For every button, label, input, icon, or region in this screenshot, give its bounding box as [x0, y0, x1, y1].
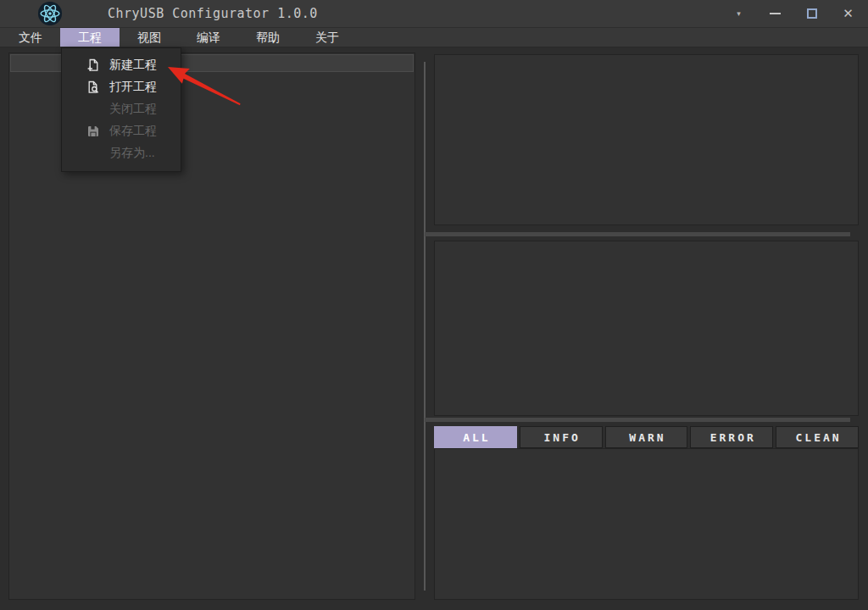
window-menu-button[interactable]: ▾ [721, 0, 757, 27]
tab-clean[interactable]: CLEAN [776, 426, 859, 448]
app-logo-icon [37, 1, 63, 26]
close-button[interactable]: ✕ [830, 0, 866, 27]
log-output-panel [434, 448, 859, 600]
menu-item-label: 新建工程 [109, 58, 157, 73]
menu-item-label: 打开工程 [109, 80, 157, 95]
close-icon: ✕ [843, 6, 854, 21]
menu-project[interactable]: 工程 [60, 28, 120, 47]
window-controls: ▾ ✕ [721, 0, 866, 27]
horizontal-splitter-1[interactable] [425, 232, 850, 236]
chevron-down-icon: ▾ [737, 9, 741, 18]
empty-icon-slot [86, 103, 100, 116]
menu-item-label: 关闭工程 [109, 102, 157, 117]
tab-info[interactable]: INFO [520, 426, 603, 448]
maximize-icon [807, 8, 817, 19]
menu-about[interactable]: 关于 [298, 28, 357, 47]
minimize-button[interactable] [757, 0, 793, 27]
file-plus-icon [86, 58, 100, 72]
window-title: ChryUSB Configurator 1.0.0 [108, 0, 318, 27]
detail-panel-top [434, 54, 859, 225]
floppy-disk-icon [86, 125, 100, 138]
menu-bar: 文件 工程 视图 编译 帮助 关于 [0, 27, 868, 47]
title-bar: ChryUSB Configurator 1.0.0 ▾ ✕ [0, 0, 868, 27]
project-dropdown-menu: 新建工程 打开工程 关闭工程 保存工程 另存为... [61, 47, 181, 172]
horizontal-splitter-2[interactable] [425, 418, 850, 422]
detail-panel-middle [434, 241, 859, 416]
menu-item-new-project[interactable]: 新建工程 [62, 54, 181, 76]
menu-compile[interactable]: 编译 [179, 28, 238, 47]
menu-help[interactable]: 帮助 [238, 28, 298, 47]
file-search-icon [86, 80, 100, 94]
log-filter-tabs: ALL INFO WARN ERROR CLEAN [434, 426, 859, 448]
tab-all[interactable]: ALL [434, 426, 517, 448]
app-window: { "window": { "title": "ChryUSB Configur… [0, 0, 868, 610]
menu-view[interactable]: 视图 [120, 28, 179, 47]
minimize-icon [770, 13, 781, 14]
menu-item-save-project: 保存工程 [62, 120, 181, 142]
maximize-button[interactable] [793, 0, 830, 27]
menu-item-label: 另存为... [109, 146, 155, 161]
menu-file[interactable]: 文件 [1, 28, 60, 47]
empty-icon-slot [86, 147, 100, 160]
menu-item-save-as: 另存为... [62, 142, 181, 164]
menu-item-close-project: 关闭工程 [62, 98, 181, 120]
vertical-splitter[interactable] [424, 62, 426, 591]
tab-warn[interactable]: WARN [605, 426, 688, 448]
menu-item-label: 保存工程 [109, 124, 157, 139]
menu-item-open-project[interactable]: 打开工程 [62, 76, 181, 98]
tab-error[interactable]: ERROR [690, 426, 773, 448]
